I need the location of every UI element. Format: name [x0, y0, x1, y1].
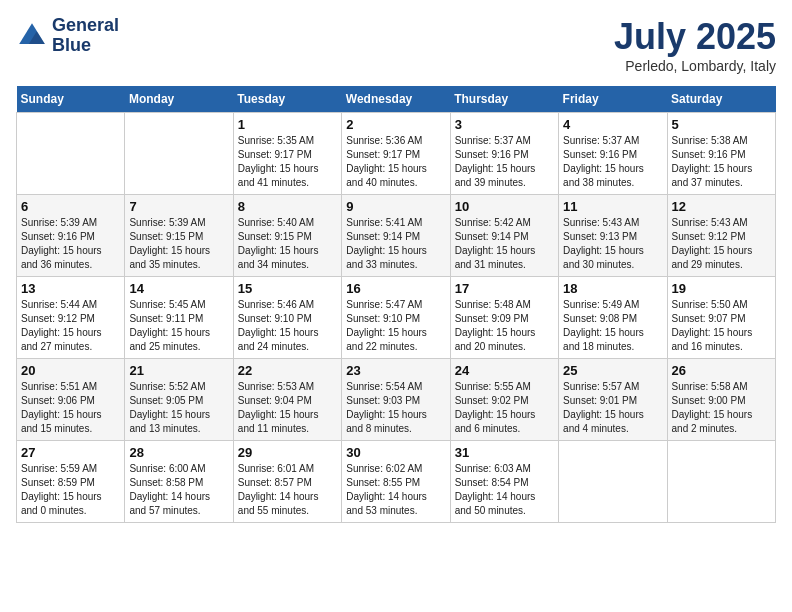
calendar-cell — [17, 113, 125, 195]
day-number: 27 — [21, 445, 120, 460]
day-info: Sunrise: 5:36 AM Sunset: 9:17 PM Dayligh… — [346, 134, 445, 190]
calendar-cell: 29Sunrise: 6:01 AM Sunset: 8:57 PM Dayli… — [233, 441, 341, 523]
calendar-cell: 12Sunrise: 5:43 AM Sunset: 9:12 PM Dayli… — [667, 195, 775, 277]
day-info: Sunrise: 6:02 AM Sunset: 8:55 PM Dayligh… — [346, 462, 445, 518]
day-number: 17 — [455, 281, 554, 296]
calendar-cell: 13Sunrise: 5:44 AM Sunset: 9:12 PM Dayli… — [17, 277, 125, 359]
calendar-table: SundayMondayTuesdayWednesdayThursdayFrid… — [16, 86, 776, 523]
calendar-cell: 30Sunrise: 6:02 AM Sunset: 8:55 PM Dayli… — [342, 441, 450, 523]
day-info: Sunrise: 5:37 AM Sunset: 9:16 PM Dayligh… — [455, 134, 554, 190]
day-number: 30 — [346, 445, 445, 460]
day-info: Sunrise: 5:35 AM Sunset: 9:17 PM Dayligh… — [238, 134, 337, 190]
calendar-cell: 10Sunrise: 5:42 AM Sunset: 9:14 PM Dayli… — [450, 195, 558, 277]
day-info: Sunrise: 5:39 AM Sunset: 9:16 PM Dayligh… — [21, 216, 120, 272]
day-info: Sunrise: 5:53 AM Sunset: 9:04 PM Dayligh… — [238, 380, 337, 436]
column-header-tuesday: Tuesday — [233, 86, 341, 113]
day-number: 26 — [672, 363, 771, 378]
day-number: 6 — [21, 199, 120, 214]
logo: General Blue — [16, 16, 119, 56]
day-info: Sunrise: 5:55 AM Sunset: 9:02 PM Dayligh… — [455, 380, 554, 436]
calendar-cell — [667, 441, 775, 523]
day-number: 7 — [129, 199, 228, 214]
calendar-cell: 27Sunrise: 5:59 AM Sunset: 8:59 PM Dayli… — [17, 441, 125, 523]
day-info: Sunrise: 5:38 AM Sunset: 9:16 PM Dayligh… — [672, 134, 771, 190]
day-number: 12 — [672, 199, 771, 214]
day-number: 8 — [238, 199, 337, 214]
day-info: Sunrise: 5:40 AM Sunset: 9:15 PM Dayligh… — [238, 216, 337, 272]
week-row-2: 6Sunrise: 5:39 AM Sunset: 9:16 PM Daylig… — [17, 195, 776, 277]
calendar-cell — [125, 113, 233, 195]
logo-line2: Blue — [52, 36, 119, 56]
day-number: 9 — [346, 199, 445, 214]
calendar-cell: 28Sunrise: 6:00 AM Sunset: 8:58 PM Dayli… — [125, 441, 233, 523]
day-number: 13 — [21, 281, 120, 296]
calendar-cell: 24Sunrise: 5:55 AM Sunset: 9:02 PM Dayli… — [450, 359, 558, 441]
calendar-cell: 16Sunrise: 5:47 AM Sunset: 9:10 PM Dayli… — [342, 277, 450, 359]
calendar-cell: 9Sunrise: 5:41 AM Sunset: 9:14 PM Daylig… — [342, 195, 450, 277]
day-info: Sunrise: 5:41 AM Sunset: 9:14 PM Dayligh… — [346, 216, 445, 272]
day-number: 28 — [129, 445, 228, 460]
page-header: General Blue July 2025 Perledo, Lombardy… — [16, 16, 776, 74]
column-header-saturday: Saturday — [667, 86, 775, 113]
day-info: Sunrise: 5:48 AM Sunset: 9:09 PM Dayligh… — [455, 298, 554, 354]
calendar-cell: 19Sunrise: 5:50 AM Sunset: 9:07 PM Dayli… — [667, 277, 775, 359]
day-number: 1 — [238, 117, 337, 132]
logo-line1: General — [52, 16, 119, 36]
calendar-cell: 17Sunrise: 5:48 AM Sunset: 9:09 PM Dayli… — [450, 277, 558, 359]
day-info: Sunrise: 5:54 AM Sunset: 9:03 PM Dayligh… — [346, 380, 445, 436]
calendar-cell: 23Sunrise: 5:54 AM Sunset: 9:03 PM Dayli… — [342, 359, 450, 441]
day-info: Sunrise: 5:42 AM Sunset: 9:14 PM Dayligh… — [455, 216, 554, 272]
day-info: Sunrise: 5:59 AM Sunset: 8:59 PM Dayligh… — [21, 462, 120, 518]
calendar-cell: 3Sunrise: 5:37 AM Sunset: 9:16 PM Daylig… — [450, 113, 558, 195]
day-number: 10 — [455, 199, 554, 214]
day-info: Sunrise: 5:52 AM Sunset: 9:05 PM Dayligh… — [129, 380, 228, 436]
day-info: Sunrise: 5:43 AM Sunset: 9:13 PM Dayligh… — [563, 216, 662, 272]
day-number: 14 — [129, 281, 228, 296]
calendar-cell: 21Sunrise: 5:52 AM Sunset: 9:05 PM Dayli… — [125, 359, 233, 441]
day-info: Sunrise: 6:03 AM Sunset: 8:54 PM Dayligh… — [455, 462, 554, 518]
day-number: 19 — [672, 281, 771, 296]
logo-icon — [16, 20, 48, 52]
day-number: 20 — [21, 363, 120, 378]
column-header-monday: Monday — [125, 86, 233, 113]
day-info: Sunrise: 5:51 AM Sunset: 9:06 PM Dayligh… — [21, 380, 120, 436]
day-number: 23 — [346, 363, 445, 378]
calendar-cell: 8Sunrise: 5:40 AM Sunset: 9:15 PM Daylig… — [233, 195, 341, 277]
calendar-cell — [559, 441, 667, 523]
calendar-cell: 1Sunrise: 5:35 AM Sunset: 9:17 PM Daylig… — [233, 113, 341, 195]
column-header-sunday: Sunday — [17, 86, 125, 113]
day-info: Sunrise: 5:37 AM Sunset: 9:16 PM Dayligh… — [563, 134, 662, 190]
week-row-3: 13Sunrise: 5:44 AM Sunset: 9:12 PM Dayli… — [17, 277, 776, 359]
day-info: Sunrise: 5:49 AM Sunset: 9:08 PM Dayligh… — [563, 298, 662, 354]
day-number: 4 — [563, 117, 662, 132]
month-title: July 2025 — [614, 16, 776, 58]
week-row-4: 20Sunrise: 5:51 AM Sunset: 9:06 PM Dayli… — [17, 359, 776, 441]
calendar-cell: 2Sunrise: 5:36 AM Sunset: 9:17 PM Daylig… — [342, 113, 450, 195]
day-number: 15 — [238, 281, 337, 296]
day-info: Sunrise: 5:45 AM Sunset: 9:11 PM Dayligh… — [129, 298, 228, 354]
day-number: 16 — [346, 281, 445, 296]
day-number: 18 — [563, 281, 662, 296]
calendar-cell: 4Sunrise: 5:37 AM Sunset: 9:16 PM Daylig… — [559, 113, 667, 195]
week-row-1: 1Sunrise: 5:35 AM Sunset: 9:17 PM Daylig… — [17, 113, 776, 195]
day-number: 31 — [455, 445, 554, 460]
calendar-cell: 26Sunrise: 5:58 AM Sunset: 9:00 PM Dayli… — [667, 359, 775, 441]
logo-text: General Blue — [52, 16, 119, 56]
day-info: Sunrise: 5:57 AM Sunset: 9:01 PM Dayligh… — [563, 380, 662, 436]
day-number: 11 — [563, 199, 662, 214]
day-info: Sunrise: 5:43 AM Sunset: 9:12 PM Dayligh… — [672, 216, 771, 272]
column-header-thursday: Thursday — [450, 86, 558, 113]
day-number: 3 — [455, 117, 554, 132]
calendar-cell: 6Sunrise: 5:39 AM Sunset: 9:16 PM Daylig… — [17, 195, 125, 277]
column-header-wednesday: Wednesday — [342, 86, 450, 113]
day-number: 2 — [346, 117, 445, 132]
day-number: 5 — [672, 117, 771, 132]
day-info: Sunrise: 5:44 AM Sunset: 9:12 PM Dayligh… — [21, 298, 120, 354]
day-info: Sunrise: 5:46 AM Sunset: 9:10 PM Dayligh… — [238, 298, 337, 354]
day-number: 22 — [238, 363, 337, 378]
day-info: Sunrise: 5:58 AM Sunset: 9:00 PM Dayligh… — [672, 380, 771, 436]
day-info: Sunrise: 6:01 AM Sunset: 8:57 PM Dayligh… — [238, 462, 337, 518]
calendar-cell: 7Sunrise: 5:39 AM Sunset: 9:15 PM Daylig… — [125, 195, 233, 277]
location: Perledo, Lombardy, Italy — [614, 58, 776, 74]
title-block: July 2025 Perledo, Lombardy, Italy — [614, 16, 776, 74]
